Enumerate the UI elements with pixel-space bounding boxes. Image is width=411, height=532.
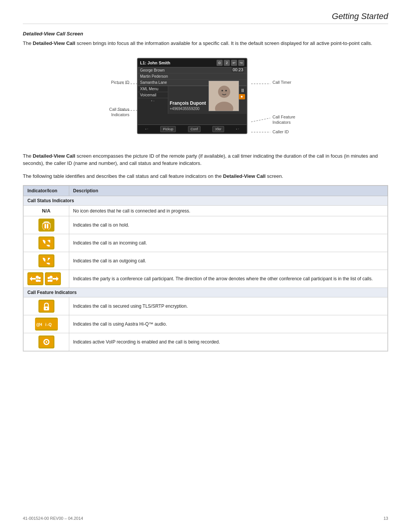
conference-icons <box>27 272 65 285</box>
call-status-label: Call StatusIndicators <box>76 107 129 118</box>
table-row: Indicates the call is secured using TLS/… <box>24 297 388 315</box>
svg-rect-24 <box>38 280 41 282</box>
icon-cell: ((H i -Q <box>24 315 69 333</box>
table-header-row: Indicator/Icon Description <box>24 186 388 196</box>
description-cell: Indicates the call is an outgoing call. <box>69 252 388 270</box>
svg-point-29 <box>48 277 50 279</box>
call-timer-label: Call Timer <box>272 80 292 85</box>
hold-icon <box>38 219 54 232</box>
svg-text:i: i <box>45 322 46 327</box>
na-text: N/A <box>42 208 50 214</box>
call-feature-label: Call FeatureIndicators <box>272 114 295 125</box>
svg-point-21 <box>36 276 39 279</box>
pickup-btn: Pickup <box>160 126 176 132</box>
phone-icon-2: 2 <box>224 60 230 66</box>
table-row: Indicates the party is a conference call… <box>24 270 388 288</box>
para2-text-1: The <box>23 153 33 159</box>
svg-point-23 <box>38 277 41 279</box>
svg-point-41 <box>46 341 47 343</box>
description-cell: Indicates the call is secured using TLS/… <box>69 297 388 315</box>
svg-rect-13 <box>40 238 53 248</box>
col1-header: Indicator/Icon <box>24 186 69 196</box>
phone-icon-1: ⊙ <box>217 60 223 66</box>
icon-cell: N/A <box>24 206 69 216</box>
icon-cell <box>24 270 69 288</box>
table-row: Indicates the call is an outgoing call. <box>24 252 388 270</box>
phone-top-bar: L1: John Smith ⊙ 2 ↩ ↪ <box>138 59 247 67</box>
rec-feat-icon: ⏺ <box>238 94 245 99</box>
table-section-row: Call Status Indicators <box>24 196 388 206</box>
para3-text-1: The following table identifies and descr… <box>23 173 223 179</box>
svg-point-8 <box>221 90 223 91</box>
nav-dots-bottom: • ◦ <box>138 98 168 104</box>
outgoing-icon <box>38 254 54 267</box>
page-title: Getting Started <box>332 11 388 21</box>
svg-line-3 <box>251 118 270 122</box>
xfer-btn: Xfer <box>212 126 224 132</box>
table-section-row: Call Feature Indicators <box>24 288 388 297</box>
voicemail-item: Voicemail <box>138 92 168 98</box>
phone-icon-4: ↪ <box>238 60 244 66</box>
svg-rect-16 <box>40 256 53 266</box>
table-row: Indicates active VoIP recording is enabl… <box>24 333 388 351</box>
svg-rect-22 <box>36 280 39 282</box>
conf-icon-left <box>27 272 43 285</box>
intro-paragraph: The Detailed-View Call screen brings int… <box>23 40 388 47</box>
caller-id-label: Caller ID <box>272 129 289 134</box>
svg-point-6 <box>218 86 230 98</box>
svg-point-9 <box>225 90 227 91</box>
para2-text-2: screen encompasses the picture ID of the… <box>23 153 378 166</box>
contact-row-2: Martin Pederson <box>138 73 247 80</box>
para3: The following table identifies and descr… <box>23 173 388 180</box>
para3-bold: Detailed-View Call <box>223 173 266 179</box>
table: Indicator/Icon Description Call Status I… <box>23 185 388 351</box>
diagram-wrapper: Picture ID Call StatusIndicators Call Ti… <box>76 54 335 145</box>
description-cell: Indicates the party is a conference call… <box>69 270 388 288</box>
para2: The Detailed-View Call screen encompasse… <box>23 152 388 167</box>
description-cell: Indicates the call is an incoming call. <box>69 234 388 252</box>
doc-number: 41-001524-00 REV00 – 04.2014 <box>23 516 83 521</box>
phone-bottom-bar: • ◦ Pickup Conf Xfer • ◦ <box>138 125 247 133</box>
table-row: N/A No icon denotes that he call is conn… <box>24 206 388 216</box>
icon-cell <box>24 216 69 234</box>
svg-rect-11 <box>45 224 46 228</box>
icon-cell <box>24 234 69 252</box>
svg-point-33 <box>46 308 47 309</box>
intro-bold-1: Detailed-View Call <box>33 40 75 46</box>
contact-row-1: George Brown <box>138 67 247 73</box>
section-row-label: Call Feature Indicators <box>24 288 388 297</box>
icon-cell <box>24 297 69 315</box>
svg-text:-Q: -Q <box>47 322 51 327</box>
caller-photo <box>209 81 239 111</box>
svg-rect-30 <box>48 280 50 282</box>
table-row: Indicates the call is on hold. <box>24 216 388 234</box>
icon-cell <box>24 333 69 351</box>
description-cell: Indicates active VoIP recording is enabl… <box>69 333 388 351</box>
svg-point-27 <box>49 276 53 279</box>
call-timer-display: 00:23 <box>231 67 244 72</box>
icon-cell <box>24 252 69 270</box>
phone-icon-3: ↩ <box>231 60 237 66</box>
svg-rect-12 <box>47 224 48 228</box>
incoming-icon <box>38 236 54 249</box>
caller-photo-svg <box>209 81 239 111</box>
page-number: 13 <box>384 516 388 521</box>
lock-icon <box>38 300 54 313</box>
intro-text-2: screen brings into focus all the informa… <box>75 40 372 46</box>
nav-dots-right-bar: • ◦ <box>236 127 239 131</box>
page-header: Getting Started <box>23 11 388 24</box>
section-row-label: Call Status Indicators <box>24 196 388 206</box>
para2-bold: Detailed-View Call <box>33 153 75 159</box>
xml-menu-item: XML Menu <box>138 86 168 92</box>
table-row: ((H i -Q Indicates the call is using Aas… <box>24 315 388 333</box>
description-cell: Indicates the call is using Aastra Hi-Q™… <box>69 315 388 333</box>
svg-rect-28 <box>49 280 53 282</box>
phone-top-icons: ⊙ 2 ↩ ↪ <box>217 60 244 66</box>
indicators-table: Indicator/Icon Description Call Status I… <box>23 185 388 351</box>
rec-icon <box>38 335 54 348</box>
nav-dots-left-bar: • ◦ <box>145 127 148 131</box>
col2-header: Description <box>69 186 388 196</box>
svg-text:((H: ((H <box>36 322 42 327</box>
page-footer: 41-001524-00 REV00 – 04.2014 13 <box>23 516 388 521</box>
description-cell: No icon denotes that he call is connecte… <box>69 206 388 216</box>
